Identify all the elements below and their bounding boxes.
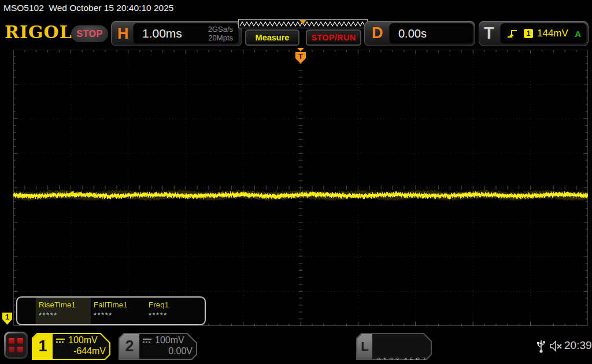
red-square-icon [17, 337, 24, 344]
logic-label: L [357, 334, 372, 359]
stop-run-button[interactable]: STOP/RUN [306, 29, 361, 46]
measurement-item-freq[interactable]: Freq1 ***** [146, 298, 201, 324]
channel2-offset: 0.00V [143, 346, 193, 356]
run-state-indicator[interactable]: STOP [71, 25, 108, 42]
red-square-icon [8, 337, 15, 344]
ch1-offset-marker[interactable]: 1 [2, 313, 12, 325]
channel1-info: 100mV -644mV [56, 335, 106, 356]
oscilloscope-screen: MSO5102 Wed October 15 20:40:10 2025 RIG… [0, 0, 592, 364]
channel2-scale: 100mV [155, 335, 184, 346]
measurement-item-falltime[interactable]: FallTime1 ***** [91, 298, 146, 324]
measure-button[interactable]: Measure [245, 29, 299, 46]
channel2-number: 2 [120, 334, 139, 359]
channel1-badge[interactable]: 1 100mV -644mV [32, 333, 110, 360]
delay-block[interactable]: D 0.00s [364, 21, 475, 46]
measurement-label: FallTime1 [94, 300, 146, 309]
measurement-label: Freq1 [149, 300, 201, 309]
channel1-number: 1 [33, 334, 53, 359]
quick-menu-button[interactable] [4, 332, 28, 359]
quick-menu-icon [6, 333, 26, 357]
model-and-datetime: MSO5102 Wed October 15 20:40:10 2025 [3, 3, 173, 13]
logic-analyzer-badge[interactable]: L 0 1 2 3 4 5 6 7 8 9 1011 12131415 [356, 333, 432, 360]
acquisition-info: 2GSa/s 20Mpts [208, 25, 233, 42]
memory-depth: 20Mpts [208, 34, 233, 42]
delay-value: 0.00s [398, 27, 427, 40]
speaker-muted-icon[interactable] [549, 340, 563, 352]
sample-rate: 2GSa/s [208, 25, 233, 34]
timebase-inset: 1.00ms 2GSa/s 20Mpts [133, 23, 239, 44]
usb-icon [536, 338, 546, 354]
measurement-item-risetime[interactable]: RiseTime1 ***** [36, 298, 91, 324]
graticule [13, 50, 588, 326]
measurement-label: RiseTime1 [39, 300, 91, 309]
red-square-icon [17, 346, 24, 353]
memory-position-marker [299, 20, 306, 24]
ch1-waveform-trace [13, 50, 588, 326]
channel1-scale: 100mV [68, 335, 98, 346]
channel1-offset: -644mV [56, 346, 106, 356]
horizontal-label: H [117, 25, 129, 43]
measurement-panel: RiseTime1 ***** FallTime1 ***** Freq1 **… [16, 296, 206, 325]
trigger-label: T [484, 24, 494, 43]
trigger-sweep-mode: A [575, 29, 581, 39]
measurement-value: ***** [39, 311, 91, 320]
dc-coupling-icon [56, 339, 65, 343]
horizontal-timebase-block[interactable]: H 1.00ms 2GSa/s 20Mpts [111, 21, 242, 46]
channel2-info: 100mV 0.00V [143, 335, 193, 356]
trigger-inset: 1 144mV A [500, 23, 587, 44]
logic-channel-numbers: 0 1 2 3 4 5 6 7 8 9 1011 12131415 [377, 337, 439, 364]
waveform-memory-bar [238, 19, 368, 28]
channel2-badge[interactable]: 2 100mV 0.00V [119, 333, 197, 360]
logic-row1: 0 1 2 3 4 5 6 7 [377, 355, 439, 364]
measurement-value: ***** [94, 311, 146, 320]
measurement-value: ***** [149, 311, 201, 320]
red-square-icon [8, 346, 15, 353]
dc-coupling-icon [143, 339, 151, 343]
trigger-position-arrow-icon [297, 48, 304, 51]
delay-label: D [372, 24, 383, 42]
delay-inset: 0.00s [389, 23, 473, 44]
timebase-value: 1.00ms [142, 27, 182, 40]
trigger-level-value: 144mV [537, 28, 568, 39]
rigol-logo: RIGOL [5, 22, 73, 42]
trigger-source-badge: 1 [524, 29, 533, 38]
clock: 20:39 [564, 339, 592, 352]
trigger-block[interactable]: T 1 144mV A [479, 21, 589, 46]
rising-edge-trigger-icon [506, 28, 519, 39]
